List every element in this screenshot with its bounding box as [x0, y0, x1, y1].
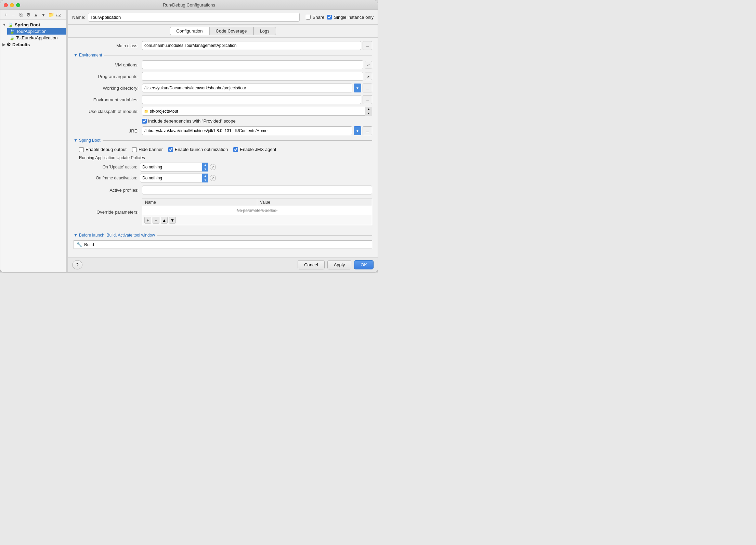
- env-vars-input[interactable]: [142, 95, 361, 104]
- single-instance-label: Single instance only: [334, 15, 374, 20]
- hide-banner-checkbox[interactable]: [132, 147, 137, 152]
- on-frame-down-button[interactable]: ▼: [202, 178, 208, 182]
- single-instance-checkbox[interactable]: [327, 15, 332, 20]
- share-checkbox[interactable]: [306, 15, 311, 20]
- hide-banner-item: Hide banner: [132, 147, 163, 152]
- working-dir-row: Working directory: ▼ ...: [74, 84, 372, 92]
- folder-button[interactable]: 📁: [48, 11, 54, 18]
- expand-arrow-defaults-icon: ▶: [2, 42, 5, 47]
- on-update-down-button[interactable]: ▼: [202, 167, 208, 172]
- on-update-input[interactable]: [140, 163, 208, 172]
- move-up-button[interactable]: ▲: [32, 11, 39, 18]
- sidebar: + − ⎘ ⚙ ▲ ▼ 📁 az ▼ 🍃 Spring Boot 🍃: [0, 10, 66, 272]
- sidebar-item-defaults[interactable]: ▶ ⚙ Defaults: [0, 41, 66, 48]
- maximize-button[interactable]: [16, 3, 20, 7]
- table-add-button[interactable]: +: [144, 217, 151, 224]
- tab-logs[interactable]: Logs: [253, 27, 276, 35]
- enable-jmx-label: Enable JMX agent: [240, 147, 276, 152]
- tab-configuration[interactable]: Configuration: [170, 27, 209, 35]
- before-launch-header[interactable]: ▼ Before launch: Build, Activate tool wi…: [74, 233, 372, 238]
- jre-dropdown-button[interactable]: ▼: [354, 126, 361, 135]
- add-config-button[interactable]: +: [2, 11, 9, 18]
- env-vars-label: Environment variables:: [74, 97, 142, 102]
- on-update-up-button[interactable]: ▲: [202, 163, 208, 167]
- main-class-input[interactable]: [142, 41, 361, 50]
- classpath-down-button[interactable]: ▼: [365, 111, 372, 116]
- working-dir-dropdown-button[interactable]: ▼: [354, 84, 361, 92]
- close-button[interactable]: [4, 3, 8, 7]
- table-down-button[interactable]: ▼: [169, 217, 176, 224]
- minimize-button[interactable]: [10, 3, 14, 7]
- main-class-browse-button[interactable]: ...: [363, 41, 372, 50]
- before-launch-section: ▼ Before launch: Build, Activate tool wi…: [74, 233, 372, 249]
- sidebar-item-spring-boot[interactable]: ▼ 🍃 Spring Boot: [0, 21, 66, 28]
- classpath-input[interactable]: [142, 107, 372, 116]
- classpath-up-button[interactable]: ▲: [365, 107, 372, 111]
- remove-config-button[interactable]: −: [10, 11, 17, 18]
- environment-section-header[interactable]: ▼ Environment: [74, 53, 372, 58]
- enable-launch-checkbox[interactable]: [168, 147, 173, 152]
- copy-config-button[interactable]: ⎘: [17, 11, 24, 18]
- include-deps-field: Include dependencies with "Provided" sco…: [142, 118, 372, 124]
- table-remove-button[interactable]: −: [153, 217, 159, 224]
- single-instance-area: Single instance only: [327, 15, 374, 20]
- table-name-header: Name: [142, 199, 257, 206]
- main-class-row: Main class: ...: [74, 41, 372, 50]
- main-class-label: Main class:: [74, 43, 142, 48]
- apply-button[interactable]: Apply: [327, 260, 352, 269]
- program-args-input[interactable]: [142, 72, 363, 81]
- on-update-label: On 'Update' action:: [79, 165, 137, 169]
- spring-boot-checkboxes: Enable debug output Hide banner Enable l…: [74, 145, 372, 153]
- override-params-row: Override parameters: Name Value No param…: [74, 199, 372, 225]
- config-body: Main class: ... ▼ Environment: [68, 38, 378, 257]
- edit-templates-button[interactable]: ⚙: [25, 11, 32, 18]
- on-frame-select-wrap: ▲ ▼ ?: [140, 174, 216, 182]
- tab-code-coverage[interactable]: Code Coverage: [209, 27, 253, 35]
- enable-debug-checkbox[interactable]: [79, 147, 84, 152]
- jre-input[interactable]: [142, 126, 352, 135]
- on-update-help-icon[interactable]: ?: [210, 164, 216, 170]
- jre-browse-button[interactable]: ...: [363, 126, 372, 135]
- working-dir-browse-button[interactable]: ...: [363, 84, 372, 92]
- defaults-label: Defaults: [12, 42, 30, 47]
- move-down-button[interactable]: ▼: [40, 11, 47, 18]
- spring-boot-section-header[interactable]: ▼ Spring Boot: [74, 138, 372, 143]
- cancel-button[interactable]: Cancel: [298, 260, 324, 269]
- working-dir-input[interactable]: [142, 84, 352, 92]
- on-frame-row: On frame deactivation: ▲ ▼ ?: [74, 173, 372, 183]
- working-dir-label: Working directory:: [74, 86, 142, 91]
- vm-options-expand-button[interactable]: ⤢: [365, 61, 372, 68]
- spring-boot-collapse-icon: ▼: [74, 138, 78, 143]
- config-header: Name: Share Single instance only: [68, 10, 378, 25]
- build-label: Build: [84, 242, 94, 247]
- table-up-button[interactable]: ▲: [161, 217, 168, 224]
- sidebar-tree: ▼ 🍃 Spring Boot 🍃 TourApplication 🍃 TstE…: [0, 20, 66, 272]
- spring-boot-divider-line: [103, 140, 372, 141]
- enable-debug-label: Enable debug output: [86, 147, 127, 152]
- window-controls: [4, 3, 20, 7]
- ok-button[interactable]: OK: [354, 260, 374, 269]
- active-profiles-label: Active profiles:: [74, 188, 142, 193]
- working-dir-field: ▼ ...: [142, 84, 372, 92]
- sort-button[interactable]: az: [55, 11, 62, 18]
- on-frame-input[interactable]: [140, 174, 208, 182]
- name-input[interactable]: [88, 13, 299, 22]
- app-icon-2: 🍃: [9, 35, 15, 40]
- sidebar-item-tour-application[interactable]: 🍃 TourApplication: [7, 28, 66, 35]
- classpath-row: Use classpath of module: 📁 ▲ ▼: [74, 107, 372, 116]
- env-vars-browse-button[interactable]: ...: [363, 95, 372, 104]
- spring-boot-section-text: Spring Boot: [79, 138, 101, 143]
- help-button[interactable]: ?: [72, 260, 82, 269]
- enable-debug-item: Enable debug output: [79, 147, 127, 152]
- program-args-expand-button[interactable]: ⤢: [365, 73, 372, 80]
- include-deps-checkbox[interactable]: [142, 119, 147, 124]
- env-vars-row: Environment variables: ...: [74, 95, 372, 104]
- on-frame-up-button[interactable]: ▲: [202, 174, 208, 178]
- active-profiles-input[interactable]: [142, 186, 372, 194]
- expand-arrow-icon: ▼: [2, 23, 6, 27]
- enable-jmx-checkbox[interactable]: [233, 147, 238, 152]
- environment-collapse-icon: ▼ Environment: [74, 53, 102, 58]
- vm-options-input[interactable]: [142, 60, 363, 69]
- on-frame-help-icon[interactable]: ?: [210, 175, 216, 181]
- sidebar-item-tst-eureka[interactable]: 🍃 TstEurekaApplication: [7, 35, 66, 41]
